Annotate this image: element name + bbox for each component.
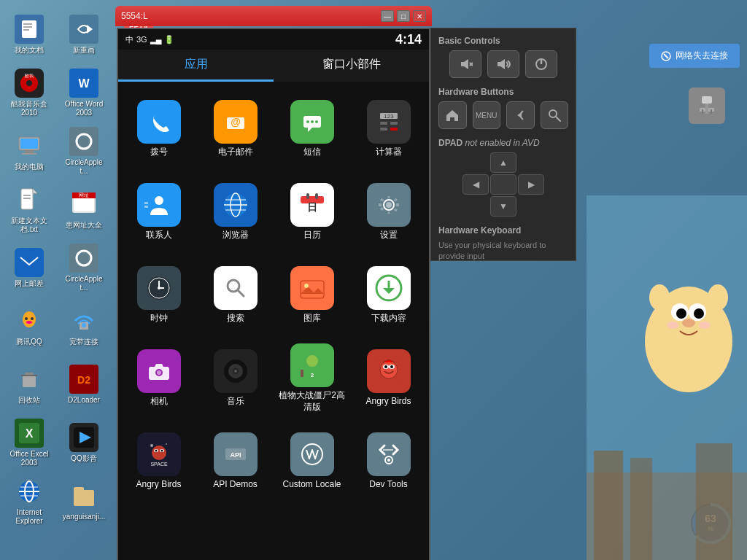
maximize-button[interactable]: □ [397, 10, 410, 22]
app-music[interactable]: 音乐 [198, 338, 272, 419]
window-titlebar: 5554:L — □ ✕ [115, 6, 432, 26]
dpad-right[interactable]: ▶ [518, 174, 544, 195]
svg-point-18 [31, 317, 34, 320]
app-apidemos[interactable]: API API Demos [198, 421, 272, 502]
dpad-down[interactable]: ▼ [490, 196, 516, 217]
svg-rect-13 [23, 195, 31, 196]
svg-rect-65 [380, 128, 387, 131]
desktop-icon-label: CircleApplet... [61, 275, 107, 292]
app-contacts[interactable]: 联系人 [122, 172, 196, 252]
svg-text:W: W [78, 77, 90, 90]
svg-rect-20 [23, 376, 36, 387]
power-button[interactable] [525, 50, 557, 78]
desktop-icon-new-arrow[interactable]: 新重画 [58, 7, 109, 62]
vol-down-button[interactable] [449, 50, 481, 78]
desktop-icon-label: 新建文本文档.txt [11, 217, 47, 234]
home-button[interactable] [438, 101, 467, 129]
desktop-icon-qqvideo[interactable]: QQ影音 [58, 416, 109, 470]
app-icon-email: @ [214, 100, 258, 144]
app-clock[interactable]: 时钟 [122, 255, 196, 335]
app-gallery[interactable]: 图库 [275, 255, 349, 335]
control-panel-main: Basic Controls Ha [430, 28, 576, 261]
desktop-icon-broadband[interactable]: 宽带连接 [58, 299, 109, 354]
desktop-icon-excel[interactable]: X Office Excel2003 [4, 416, 55, 470]
app-settings[interactable]: 设置 [352, 172, 425, 252]
svg-point-69 [155, 196, 163, 205]
vol-up-button[interactable] [487, 50, 519, 78]
desktop-icon-label: 回收站 [18, 396, 40, 405]
desktop-icon-label: yanguisanji... [63, 513, 105, 521]
desktop-icon-recycle[interactable]: 回收站 [4, 357, 55, 412]
svg-point-38 [77, 251, 91, 265]
app-customlocale[interactable]: Custom Locale [275, 421, 349, 502]
desktop-icon-wanhui[interactable]: 网址 患网址大全 [58, 182, 109, 237]
app-calc[interactable]: 123 计算器 [352, 89, 425, 169]
svg-rect-114 [301, 370, 303, 377]
keyboard-section: Hardware Keyboard Use your physical keyb… [438, 225, 568, 262]
app-icon-contacts [137, 183, 181, 227]
app-angrybirds[interactable]: Angry Birds [352, 338, 425, 419]
app-search[interactable]: 搜索 [198, 255, 272, 335]
svg-rect-172 [630, 458, 652, 560]
desktop-icon-online-email[interactable]: 网上邮差 [4, 241, 55, 295]
desktop-icon-new-text[interactable]: 新建文本文档.txt [4, 182, 55, 237]
app-label-music: 音乐 [227, 396, 244, 408]
svg-rect-171 [594, 451, 623, 560]
app-label-calc: 计算器 [376, 147, 402, 158]
tab-widgets[interactable]: 窗口小部件 [274, 50, 429, 82]
keyboard-title: Hardware Keyboard [438, 225, 568, 236]
svg-point-166 [699, 322, 711, 329]
svg-point-91 [158, 287, 160, 289]
svg-point-169 [708, 284, 728, 311]
dpad-up[interactable]: ▲ [490, 152, 516, 173]
svg-point-163 [676, 308, 686, 319]
desktop-icon-word[interactable]: W Office Word2003 [58, 66, 109, 120]
desktop-icon-my-computer[interactable]: 我的电脑 [4, 124, 55, 179]
desktop-icon-circle-applet1[interactable]: CircleApplet... [58, 124, 109, 179]
desktop-icon-yanguisanji1[interactable]: yanguisanji... [58, 474, 109, 529]
app-sms[interactable]: 短信 [275, 89, 349, 169]
desktop-icons-panel: 我的文档 酷我 酷我音乐盒2010 我的电脑 新建文本文档.txt 网上邮差 [0, 0, 117, 560]
svg-text:2: 2 [310, 372, 314, 378]
app-dial[interactable]: 拨号 [122, 89, 196, 169]
tab-apps[interactable]: 应用 [118, 50, 274, 82]
desktop-icon-label: D2Loader [68, 396, 100, 405]
app-email[interactable]: @ 电子邮件 [198, 89, 272, 169]
app-devtools[interactable]: Dev Tools [352, 421, 425, 502]
svg-point-168 [649, 284, 670, 311]
desktop-icon-my-docs[interactable]: 我的文档 [4, 7, 55, 62]
app-camera[interactable]: 相机 [122, 338, 196, 419]
desktop-icon-circle-applet2[interactable]: CircleApplet... [58, 241, 109, 295]
app-browser[interactable]: 浏览器 [198, 172, 272, 252]
svg-point-138 [387, 459, 390, 462]
app-label-gallery: 图库 [303, 313, 321, 324]
minimize-button[interactable]: — [381, 10, 394, 22]
app-icon-clock [137, 266, 181, 310]
dpad-center[interactable] [490, 174, 516, 195]
app-icon-calc: 123 [367, 100, 411, 144]
dpad-section: DPAD not enabled in AVD ▲ ◀ ▶ [438, 138, 568, 217]
app-angrybirds-space[interactable]: SPACE Angry Birds [122, 421, 196, 502]
svg-point-40 [82, 323, 86, 327]
svg-point-16 [23, 311, 36, 327]
app-download[interactable]: 下载内容 [352, 255, 425, 335]
desktop-icon-cool-music[interactable]: 酷我 酷我音乐盒2010 [4, 66, 55, 120]
search-hw-button[interactable] [541, 101, 569, 129]
app-calendar[interactable]: 日 日历 [275, 172, 349, 252]
desktop-icon-label: Office Excel2003 [9, 450, 48, 467]
dpad-left[interactable]: ◀ [462, 174, 489, 195]
desktop-icon-ie[interactable]: InternetExplorer [4, 474, 55, 529]
app-label-apidemos: API Demos [213, 479, 258, 491]
back-button[interactable] [506, 101, 535, 129]
menu-button[interactable]: MENU [473, 101, 501, 129]
svg-text:酷我: 酷我 [25, 74, 34, 78]
close-button[interactable]: ✕ [413, 10, 426, 22]
app-label-sms: 短信 [303, 147, 321, 158]
app-icon-dial [137, 100, 181, 144]
desktop-icon-d2loader[interactable]: D2 D2Loader [58, 357, 109, 412]
desktop-icon-qq[interactable]: 腾讯QQ [4, 299, 55, 354]
app-pvz[interactable]: 2 植物大战僵尸2高清版 [275, 338, 349, 419]
app-label-calendar: 日历 [303, 230, 321, 241]
network-lost-label: 网络失去连接 [676, 50, 728, 62]
network-lost-button[interactable]: 网络失去连接 [649, 44, 740, 68]
